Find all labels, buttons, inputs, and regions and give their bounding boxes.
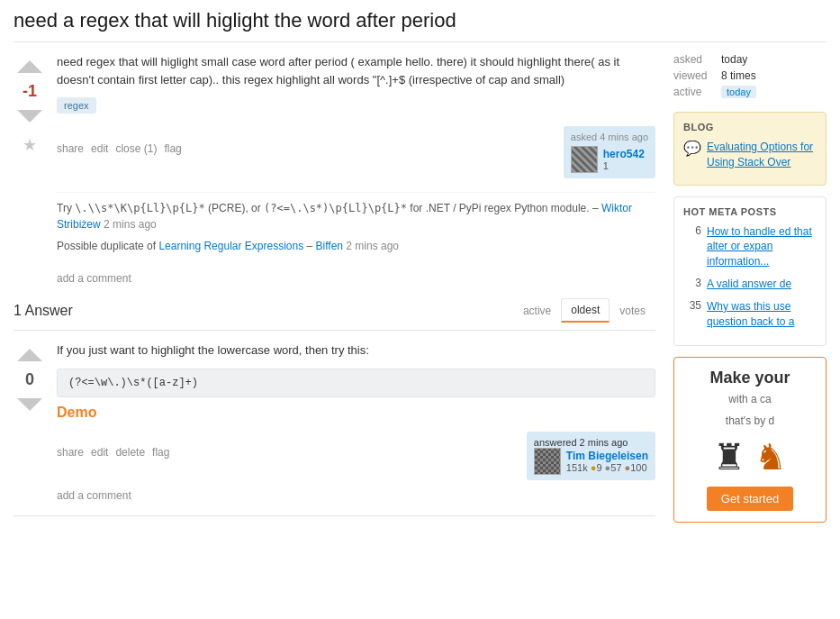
chat-icon: 💬 (683, 140, 701, 170)
answer-tabs: active oldest votes (513, 298, 655, 323)
hot-meta-link-1[interactable]: How to handle ed that alter or expan inf… (707, 224, 817, 269)
question-block: -1 ★ need regex that will higlight small… (14, 53, 655, 178)
hot-meta-count-3: 35 (683, 299, 701, 330)
tab-oldest[interactable]: oldest (561, 298, 610, 323)
comment-2-time: 2 mins ago (346, 240, 399, 252)
question-user-card: asked 4 mins ago hero542 1 (564, 126, 655, 178)
answer-vote-down-button[interactable] (14, 391, 46, 418)
answer-user-name[interactable]: Tim Biegeleisen (566, 450, 648, 462)
answer-avatar-image (535, 448, 560, 475)
answer-vote-down-arrow-icon (17, 398, 42, 411)
get-started-button[interactable]: Get started (707, 487, 793, 511)
chess-rook-icon: ♜ (713, 436, 745, 478)
question-user-name[interactable]: hero542 (603, 148, 645, 160)
hot-meta-count-1: 6 (683, 224, 701, 269)
edit-link[interactable]: edit (91, 142, 108, 155)
answer-share-link[interactable]: share (57, 446, 84, 459)
answer-actions: share edit delete flag (57, 446, 169, 459)
main-layout: -1 ★ need regex that will higlight small… (14, 53, 826, 530)
demo-link[interactable]: Demo (57, 405, 96, 420)
asked-label: asked (673, 53, 714, 66)
tags-area: regex (57, 97, 655, 121)
viewed-label: viewed (673, 69, 714, 82)
answer-code-block: (?<=\w\.)\s*([a-z]+) (57, 369, 655, 397)
avatar-image (572, 146, 597, 173)
answer-user-info: Tim Biegeleisen 151k ●9 ●57 ●100 (566, 450, 648, 473)
comment-2: Possible duplicate of Learning Regular E… (57, 238, 655, 254)
stat-active: active today (673, 86, 826, 98)
comment-code-2: (?<=\.\s*)\p{Ll}\p{L}* (264, 202, 407, 214)
hot-meta-box: HOT META POSTS 6 How to handle ed that a… (673, 196, 826, 347)
asked-time: asked 4 mins ago (571, 132, 648, 142)
active-label: active (673, 86, 714, 98)
answer-text: If you just want to highlight the lowerc… (57, 341, 655, 360)
promo-title: Make your (685, 369, 815, 387)
vote-down-button[interactable] (14, 103, 46, 130)
hot-meta-link-3[interactable]: Why was this use question back to a (707, 299, 817, 330)
stat-asked: asked today (673, 53, 826, 66)
question-text: need regex that will higlight small case… (57, 53, 655, 88)
hot-meta-count-2: 3 (683, 277, 701, 292)
comment-code-1: \.\\s*\K\p{Ll}\p{L}* (75, 202, 205, 214)
promo-sub2: that's by d (685, 414, 815, 427)
question-user-rep: 1 (603, 160, 645, 171)
answer-vote-up-button[interactable] (14, 341, 46, 369)
hot-meta-item-2: 3 A valid answer de (683, 277, 817, 292)
blog-box: BLOG 💬 Evaluating Options for Using Stac… (673, 112, 826, 186)
sidebar: asked today viewed 8 times active today … (673, 53, 826, 530)
vote-up-arrow-icon (17, 60, 42, 73)
answer-vote-column: 0 (14, 341, 46, 502)
viewed-value: 8 times (721, 69, 756, 82)
active-badge: today (721, 86, 756, 98)
comment-1-time: 2 mins ago (104, 218, 157, 231)
answer-vote-count: 0 (25, 370, 34, 389)
hot-meta-item-3: 35 Why was this use question back to a (683, 299, 817, 330)
answer-body: If you just want to highlight the lowerc… (57, 341, 655, 502)
answer-flag-link[interactable]: flag (152, 446, 169, 459)
answer-user-badges: 151k ●9 ●57 ●100 (566, 462, 648, 473)
stat-viewed: viewed 8 times (673, 69, 826, 82)
question-actions: share edit close (1) flag (57, 142, 182, 155)
answer-code: (?<=\w\.)\s*([a-z]+) (68, 377, 198, 389)
comments-section: Try \.\\s*\K\p{Ll}\p{L}* (PCRE), or (?<=… (57, 192, 655, 267)
vote-column: -1 ★ (14, 53, 46, 178)
learning-regex-link[interactable]: Learning Regular Expressions (158, 240, 303, 252)
favorite-button[interactable]: ★ (23, 135, 37, 155)
hot-meta-link-2[interactable]: A valid answer de (707, 277, 791, 292)
tag-regex[interactable]: regex (57, 97, 96, 114)
commenter-2-link[interactable]: Biffen (316, 240, 343, 252)
user-info: hero542 1 (603, 148, 645, 171)
answer-vote-up-arrow-icon (17, 349, 42, 361)
promo-box: Make your with a ca that's by d ♜ ♞ Get … (673, 357, 826, 523)
answered-time: answered 2 mins ago (534, 437, 648, 448)
share-link[interactable]: share (57, 142, 84, 155)
answer-add-comment-link[interactable]: add a comment (57, 489, 131, 502)
answers-count: 1 Answer (14, 303, 73, 319)
flag-link[interactable]: flag (164, 142, 181, 155)
user-card-content: hero542 1 (571, 146, 648, 173)
page-title: need a regex that will higlight the word… (14, 9, 826, 42)
chess-knight-icon: ♞ (754, 436, 787, 478)
close-link[interactable]: close (1) (115, 142, 157, 155)
tab-active[interactable]: active (513, 298, 561, 323)
answer-user-card-content: Tim Biegeleisen 151k ●9 ●57 ●100 (534, 448, 648, 475)
answers-header: 1 Answer active oldest votes (14, 298, 655, 331)
tab-votes[interactable]: votes (610, 298, 655, 323)
vote-up-button[interactable] (14, 53, 46, 80)
answer-edit-link[interactable]: edit (91, 446, 108, 459)
vote-count: -1 (23, 82, 37, 101)
question-body: need regex that will higlight small case… (57, 53, 655, 178)
comment-1: Try \.\\s*\K\p{Ll}\p{L}* (PCRE), or (?<=… (57, 200, 655, 232)
content-area: -1 ★ need regex that will higlight small… (14, 53, 673, 530)
hot-meta-item-1: 6 How to handle ed that alter or expan i… (683, 224, 817, 269)
hot-meta-title: HOT META POSTS (683, 206, 817, 217)
vote-down-arrow-icon (17, 110, 42, 123)
asked-value: today (721, 53, 747, 66)
answer-delete-link[interactable]: delete (115, 446, 145, 459)
add-comment-link[interactable]: add a comment (57, 272, 131, 285)
gold-count: 9 (596, 462, 601, 473)
blog-item: 💬 Evaluating Options for Using Stack Ove… (683, 140, 817, 170)
answer-user-rep: 151k (566, 462, 588, 473)
blog-link[interactable]: Evaluating Options for Using Stack Over (707, 140, 817, 170)
answer-user-card: answered 2 mins ago Tim Biegeleisen 151k (527, 432, 655, 480)
